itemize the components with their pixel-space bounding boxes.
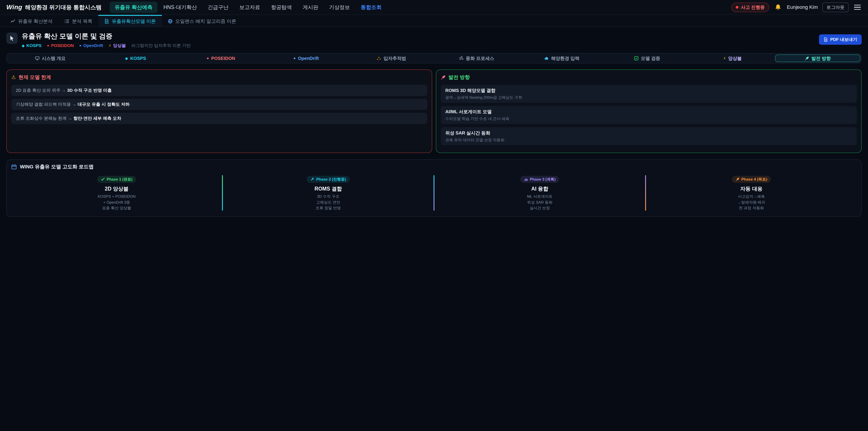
phase-title: 2D 앙상블 [15,185,218,192]
phase-3-badge: Phase 3 (계획) [520,176,559,183]
topbar-right: 사고 진행중 Eunjeong Kim 로그아웃 [731,2,862,12]
phase-2-badge: Phase 2 (진행중) [307,176,349,183]
badge-kosps: ◆ KOSPS [22,43,41,48]
section-tab-ocean-input[interactable]: 해양환경 입력 [519,55,604,62]
tab-boom-algorithm[interactable]: 오일펜스 배치 알고리즘 이론 [162,15,242,27]
app-window: Wing 해양환경 위기대응 통합시스템 유출유 확산예측 HNS·대기확산 긴… [0,0,868,431]
pdf-document-icon [824,37,828,42]
phase-line: →방제자원 배치 [650,199,853,206]
tabbar: 유출유 확산분석 분석 목록 유출유확산모델 이론 [0,15,868,27]
direction-item-title: AI/ML 서로게이트 모델 [445,109,852,115]
phase-4-badge: Phase 4 (목표) [732,176,771,183]
phase-line: 고해상도 연안 [226,199,430,206]
section-tab-label: 입자추적법 [383,55,406,61]
limitation-text: 조류 조화상수 분해능 한계 → [16,116,73,121]
section-tab-label: KOSPS [130,56,146,61]
phase-line: + OpenDrift 3종 [15,199,218,206]
section-tab-label: 풍화 프로세스 [466,55,494,61]
badge-label: 앙상블 [113,43,126,49]
phase-1: Phase 1 (완료) 2D 앙상블 KOSPS + POSEIDON + O… [11,174,222,212]
nav-item-emergency-rescue[interactable]: 긴급구난 [203,2,234,13]
phase-4: Phase 4 (목표) 자동 대응 사고감지→예측 →방제자원 배치 전 과정… [646,174,857,212]
topbar: Wing 해양환경 위기대응 통합시스템 유출유 확산예측 HNS·대기확산 긴… [0,0,868,15]
direction-item: 위성 SAR 실시간 동화 관측 유막 데이터 모델 보정 자동화 [441,127,857,145]
pdf-export-button[interactable]: PDF 내보내기 [819,34,862,45]
section-tab-future-direction[interactable]: 발전 방향 [775,55,860,62]
limitation-item: 기상해양 결합 피드백 미적용 → 대규모 유출 시 정확도 저하 [11,99,427,110]
lightning-icon: ⚡ [723,56,726,61]
tab-spill-analysis[interactable]: 유출유 확산분석 [4,15,59,27]
phase-line: 표층 확산 앙상블 [15,205,218,211]
notification-bell-icon[interactable] [774,3,782,11]
section-tab-poseidon[interactable]: ● POSEIDON [178,55,264,62]
main-content: 유출유 확산 모델 이론 및 검증 ◆ KOSPS ● POSEIDON ● O… [0,27,868,217]
nav-item-hns-air-dispersion[interactable]: HNS·대기확산 [158,2,202,13]
section-tab-kosps[interactable]: ◆ KOSPS [93,55,178,62]
page-title: 유출유 확산 모델 이론 및 검증 [22,32,191,41]
nav-item-weather-info[interactable]: 기상정보 [324,2,355,13]
limitations-title: 현재 모델 한계 [19,74,51,81]
brand: Wing 해양환경 위기대응 통합시스템 [6,4,101,11]
phase-badge-label: Phase 3 (계획) [530,177,556,182]
dot-marker-icon: ● [47,43,49,48]
section-tab-label: 모델 검증 [641,55,660,61]
nav-item-reports[interactable]: 보고자료 [235,2,265,13]
section-tab-label: 시스템 개요 [42,55,66,61]
nav-item-oil-spill-prediction[interactable]: 유출유 확산예측 [110,2,157,13]
section-tab-overview[interactable]: 시스템 개요 [8,55,93,62]
section-tab-weathering[interactable]: 풍화 프로세스 [434,55,519,62]
phase-badge-label: Phase 4 (목표) [741,177,767,182]
section-tab-particle-tracking[interactable]: 입자추적법 [349,55,434,62]
phase-1-badge: Phase 1 (완료) [97,176,136,183]
limitation-text: 2D 표층 확산 모의 위주 → [16,88,67,93]
tab-model-theory[interactable]: 유출유확산모델 이론 [98,15,162,27]
phase-title: 자동 대응 [650,185,853,192]
phase-title: AI 융합 [438,185,642,192]
direction-item-desc: 관측 유막 데이터 모델 보정 자동화 [445,137,852,143]
model-badge-row: ◆ KOSPS ● POSEIDON ● OpenDrift ⚡ 앙상블 [22,43,191,49]
current-limitations-panel: ⚠ 현재 모델 한계 2D 표층 확산 모의 위주 → 3D 수직 구조 반영 … [6,69,432,153]
incident-dot-icon [736,6,739,8]
nav-item-air-search[interactable]: 항공탐색 [266,2,297,13]
page-header-text: 유출유 확산 모델 이론 및 검증 ◆ KOSPS ● POSEIDON ● O… [22,32,191,49]
badge-label: KOSPS [26,43,41,48]
check-icon [101,177,105,181]
nav-item-integrated-search[interactable]: 통합조회 [356,2,386,13]
badge-poseidon: ● POSEIDON [47,43,74,48]
dot-marker-icon: ● [207,56,209,61]
tab-analysis-list[interactable]: 분석 목록 [59,15,98,27]
tab-label: 분석 목록 [72,18,92,24]
diamond-marker-icon: ◆ [22,43,25,48]
directions-title-row: 발전 방향 [441,74,857,81]
incident-label: 사고 진행중 [741,4,765,10]
bar-chart-icon [524,177,528,181]
limitation-strong-text: 3D 수직 구조 반영 미흡 [67,88,112,93]
roadmap-title-row: WING 유출유 모델 고도화 로드맵 [11,163,857,170]
future-directions-panel: 발전 방향 ROMS 3D 해양모델 결합 광역→상세역 Nesting 200… [436,69,862,153]
rocket-icon [805,56,809,61]
globe-icon [168,19,173,24]
section-tab-label: 발전 방향 [811,55,831,61]
dot-marker-icon: ● [79,43,81,48]
incident-status-badge[interactable]: 사고 진행중 [731,2,769,12]
phase-line: 실시간 보정 [438,205,642,211]
phase-title: ROMS 결합 [226,185,430,192]
nav-item-board[interactable]: 게시판 [298,2,323,13]
directions-title: 발전 방향 [448,74,470,81]
section-tab-validation[interactable]: 모델 검증 [604,55,690,62]
dot-marker-icon: ● [293,56,296,61]
section-tab-ensemble[interactable]: ⚡ 앙상블 [690,55,775,62]
menu-icon[interactable] [853,3,862,11]
limitations-title-row: ⚠ 현재 모델 한계 [11,74,427,81]
rocket-icon [736,177,740,181]
limitation-strong-text: 대규모 유출 시 정확도 저하 [78,102,129,107]
limitation-strong-text: 항만·연안 세부 예측 오차 [73,116,121,121]
direction-item-desc: 수치모델 학습 기반 수초 내 근사 예측 [445,116,852,121]
diamond-marker-icon: ◆ [125,56,128,61]
direction-item-title: 위성 SAR 실시간 동화 [445,130,852,136]
logout-button[interactable]: 로그아웃 [822,2,848,12]
badge-ensemble: ⚡ 앙상블 [108,43,126,49]
section-tab-label: OpenDrift [298,56,319,61]
section-tab-opendrift[interactable]: ● OpenDrift [264,55,349,62]
phase-line: ML 서로게이트 [438,194,642,199]
